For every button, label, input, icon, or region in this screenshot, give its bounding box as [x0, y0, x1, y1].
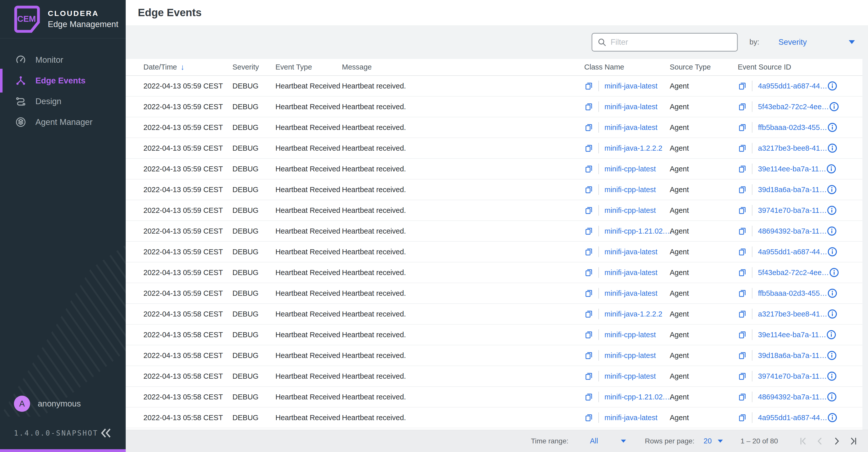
event-details-button[interactable] — [827, 288, 837, 298]
filter-by-select[interactable]: Severity — [778, 38, 855, 47]
copy-class-name-button[interactable] — [584, 247, 593, 256]
event-details-button[interactable] — [827, 309, 837, 319]
column-header-event-type[interactable]: Event Type — [275, 63, 342, 71]
copy-event-source-id-button[interactable] — [738, 330, 747, 339]
event-source-id-link[interactable]: 48694392-ba7a-11… — [758, 393, 827, 401]
event-source-id-link[interactable]: 39e114ee-ba7a-11… — [758, 331, 826, 339]
copy-class-name-button[interactable] — [584, 164, 593, 173]
event-source-id-link[interactable]: 39e114ee-ba7a-11… — [758, 165, 826, 173]
copy-class-name-button[interactable] — [584, 227, 593, 236]
column-header-source-type[interactable]: Source Type — [670, 63, 738, 71]
time-range-select[interactable]: All — [590, 437, 626, 445]
class-name-link[interactable]: minifi-java-1.2.2.2 — [604, 310, 662, 318]
event-source-id-link[interactable]: a3217be3-bee8-41… — [758, 144, 827, 153]
event-source-id-link[interactable]: 39741e70-ba7a-11… — [758, 372, 827, 381]
sidebar-item-monitor[interactable]: Monitor — [0, 50, 126, 70]
copy-event-source-id-button[interactable] — [738, 227, 747, 236]
class-name-link[interactable]: minifi-cpp-1.21.02.… — [604, 393, 672, 401]
sidebar-item-agent-manager[interactable]: Agent Manager — [0, 112, 126, 132]
event-source-id-link[interactable]: ffb5baaa-02d3-455… — [758, 123, 827, 132]
rows-per-page-select[interactable]: 20 — [704, 437, 723, 445]
class-name-link[interactable]: minifi-cpp-latest — [604, 331, 656, 339]
event-details-button[interactable] — [827, 247, 837, 257]
event-details-button[interactable] — [827, 350, 837, 360]
event-details-button[interactable] — [829, 267, 839, 278]
column-header-class-name[interactable]: Class Name — [584, 63, 670, 71]
copy-event-source-id-button[interactable] — [738, 185, 747, 194]
copy-class-name-button[interactable] — [584, 392, 593, 401]
event-details-button[interactable] — [827, 81, 837, 91]
event-details-button[interactable] — [829, 102, 839, 112]
class-name-link[interactable]: minifi-java-latest — [604, 289, 658, 297]
copy-class-name-button[interactable] — [584, 330, 593, 339]
sidebar-item-edge-events[interactable]: Edge Events — [0, 70, 126, 91]
copy-event-source-id-button[interactable] — [738, 123, 747, 132]
filter-input[interactable] — [611, 38, 732, 47]
next-page-button[interactable] — [832, 436, 842, 446]
copy-class-name-button[interactable] — [584, 372, 593, 381]
class-name-link[interactable]: minifi-java-latest — [604, 123, 658, 132]
scrollbar-track[interactable] — [862, 59, 868, 430]
event-details-button[interactable] — [827, 392, 837, 402]
copy-event-source-id-button[interactable] — [738, 82, 747, 91]
class-name-link[interactable]: minifi-java-latest — [604, 82, 658, 90]
collapse-sidebar-button[interactable] — [99, 427, 113, 439]
copy-event-source-id-button[interactable] — [738, 289, 747, 298]
copy-event-source-id-button[interactable] — [738, 351, 747, 360]
copy-class-name-button[interactable] — [584, 310, 593, 319]
event-details-button[interactable] — [827, 205, 837, 215]
copy-class-name-button[interactable] — [584, 123, 593, 132]
copy-event-source-id-button[interactable] — [738, 247, 747, 256]
event-details-button[interactable] — [827, 185, 837, 195]
previous-page-button[interactable] — [815, 436, 825, 446]
event-source-id-link[interactable]: 5f43eba2-72c2-4ee… — [758, 268, 829, 277]
class-name-link[interactable]: minifi-java-1.2.2.2 — [604, 144, 662, 153]
column-header-datetime[interactable]: Date/Time ↓ — [144, 63, 232, 72]
event-details-button[interactable] — [827, 143, 837, 153]
class-name-link[interactable]: minifi-java-latest — [604, 103, 658, 111]
last-page-button[interactable] — [848, 436, 858, 446]
class-name-link[interactable]: minifi-java-latest — [604, 268, 658, 277]
copy-class-name-button[interactable] — [584, 289, 593, 298]
event-details-button[interactable] — [826, 164, 836, 174]
event-details-button[interactable] — [826, 330, 836, 340]
copy-class-name-button[interactable] — [584, 102, 593, 111]
event-source-id-link[interactable]: 4a955dd1-a687-44… — [758, 414, 827, 422]
filter-input-box[interactable] — [592, 33, 738, 52]
column-header-severity[interactable]: Severity — [232, 63, 275, 71]
copy-event-source-id-button[interactable] — [738, 392, 747, 401]
copy-class-name-button[interactable] — [584, 206, 593, 215]
first-page-button[interactable] — [798, 436, 808, 446]
event-source-id-link[interactable]: 39d18a6a-ba7a-11… — [758, 186, 827, 194]
copy-class-name-button[interactable] — [584, 268, 593, 277]
event-source-id-link[interactable]: 39741e70-ba7a-11… — [758, 206, 827, 215]
event-source-id-link[interactable]: ffb5baaa-02d3-455… — [758, 289, 827, 297]
event-details-button[interactable] — [827, 413, 837, 423]
event-source-id-link[interactable]: 4a955dd1-a687-44… — [758, 248, 827, 256]
copy-class-name-button[interactable] — [584, 143, 593, 153]
class-name-link[interactable]: minifi-cpp-latest — [604, 186, 656, 194]
copy-event-source-id-button[interactable] — [738, 164, 747, 173]
class-name-link[interactable]: minifi-cpp-1.21.02.… — [604, 227, 672, 235]
event-source-id-link[interactable]: 39d18a6a-ba7a-11… — [758, 351, 827, 360]
class-name-link[interactable]: minifi-cpp-latest — [604, 372, 656, 381]
copy-event-source-id-button[interactable] — [738, 206, 747, 215]
copy-class-name-button[interactable] — [584, 413, 593, 422]
event-details-button[interactable] — [827, 371, 837, 381]
class-name-link[interactable]: minifi-java-latest — [604, 414, 658, 422]
column-header-event-source-id[interactable]: Event Source ID — [738, 63, 862, 71]
copy-event-source-id-button[interactable] — [738, 143, 747, 153]
user-row[interactable]: A anonymous — [0, 396, 126, 412]
event-source-id-link[interactable]: 48694392-ba7a-11… — [758, 227, 827, 235]
sidebar-item-design[interactable]: Design — [0, 91, 126, 112]
copy-class-name-button[interactable] — [584, 82, 593, 91]
class-name-link[interactable]: minifi-cpp-latest — [604, 351, 656, 360]
copy-event-source-id-button[interactable] — [738, 413, 747, 422]
event-source-id-link[interactable]: 5f43eba2-72c2-4ee… — [758, 103, 829, 111]
copy-class-name-button[interactable] — [584, 351, 593, 360]
event-details-button[interactable] — [827, 122, 837, 132]
copy-event-source-id-button[interactable] — [738, 310, 747, 319]
class-name-link[interactable]: minifi-cpp-latest — [604, 165, 656, 173]
event-details-button[interactable] — [827, 226, 837, 236]
copy-event-source-id-button[interactable] — [738, 372, 747, 381]
